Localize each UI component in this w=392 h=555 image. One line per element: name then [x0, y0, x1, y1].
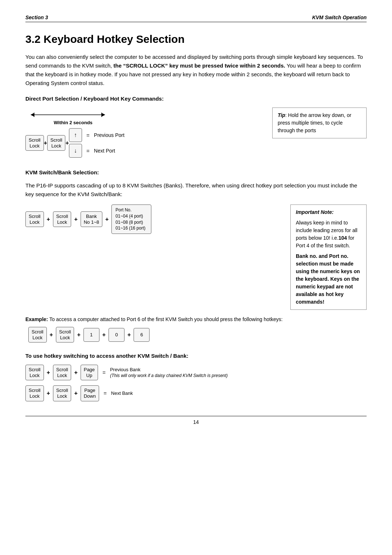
direct-port-diagram: Within 2 seconds ScrollLock + ScrollLock… — [25, 108, 367, 161]
plus-5: + — [105, 216, 109, 223]
plus-6: + — [50, 332, 53, 338]
bank-result-1: Previous Bank (This will only work if a … — [110, 367, 228, 378]
scroll-lock-key-3: ScrollLock — [25, 211, 44, 227]
example-bold: Example: — [25, 316, 48, 322]
tip-box: Tip: Hold the arrow key down, or press m… — [272, 108, 367, 138]
previous-bank-note: (This will only work if a daisy chained … — [110, 373, 228, 378]
arrows-col: ↑ = Previous Port ↓ = Next Port — [69, 128, 124, 158]
tip-bold: Tip — [278, 112, 285, 118]
bank-result-2: Next Bank — [111, 390, 133, 396]
plus-10: + — [47, 369, 50, 376]
bank-row-1: ScrollLock + ScrollLock + PageUp = Previ… — [25, 365, 367, 380]
page-number: 14 — [193, 419, 199, 425]
page-title: 3.2 Keyboard Hotkey Selection — [25, 33, 367, 45]
plus-8: + — [102, 332, 106, 338]
equals-2: = — [85, 148, 91, 154]
important-text: Always keep in mind to include leading z… — [296, 219, 361, 250]
equals-3: = — [101, 369, 107, 376]
kvmbank-section: KVM Switch/Bank Selection: The P16-IP su… — [25, 169, 367, 310]
svg-marker-2 — [102, 113, 105, 117]
bank-rows: ScrollLock + ScrollLock + PageUp = Previ… — [25, 365, 367, 401]
bank-row-2: ScrollLock + ScrollLock + PageDown = Nex… — [25, 385, 367, 401]
important-bold3: Bank no. and Port no. selection must be … — [296, 252, 361, 306]
example-text: Example: To access a computer attached t… — [25, 316, 367, 323]
plus-2: + — [65, 140, 69, 146]
plus-1: + — [44, 140, 47, 146]
key-6: 6 — [134, 328, 150, 342]
plus-9: + — [127, 332, 131, 338]
arrow-up-row: ↑ = Previous Port — [69, 128, 124, 142]
scroll-lock-key-4: ScrollLock — [53, 211, 72, 227]
bank-no-key: BankNo 1~8 — [81, 211, 102, 227]
previous-bank-label: Previous Bank — [110, 367, 228, 372]
example-body: To access a computer attached to Port 6 … — [48, 316, 282, 322]
keys-row: ScrollLock + ScrollLock + ↑ = Previous P… — [25, 128, 124, 158]
plus-4: + — [74, 216, 77, 223]
important-bold: Important Note: — [296, 209, 334, 215]
tip-colon: : — [285, 112, 288, 118]
port-no-box: Port No.01~04 (4 port)01~08 (8 port)01~1… — [111, 204, 151, 234]
plus-7: + — [77, 332, 80, 338]
kvmbank-text: The P16-IP supports cascading of up to 8… — [25, 181, 367, 199]
page-down-key: PageDown — [81, 385, 99, 401]
prev-port-label: Previous Port — [94, 132, 124, 138]
arrow-up-key: ↑ — [69, 128, 82, 142]
scroll-lock-key-7: ScrollLock — [25, 365, 44, 380]
header-section: Section 3 — [25, 15, 48, 20]
header-bar: Section 3 KVM Switch Operation — [25, 15, 367, 22]
plus-3: + — [47, 216, 50, 223]
plus-13: + — [74, 390, 77, 397]
within-group: Within 2 seconds ScrollLock + ScrollLock… — [25, 108, 124, 161]
kvmbank-heading: KVM Switch/Bank Selection: — [25, 169, 367, 175]
kvmbank-diagram: ScrollLock + ScrollLock + BankNo 1~8 + P… — [25, 204, 367, 310]
within-seconds-label: Within 2 seconds — [22, 120, 124, 125]
important-box: Important Note: Always keep in mind to i… — [290, 204, 367, 310]
footer: 14 — [25, 416, 367, 425]
within-seconds-bracket — [29, 108, 109, 118]
hotkey-section-heading: To use hotkey switching to access anothe… — [25, 353, 367, 359]
page: Section 3 KVM Switch Operation 3.2 Keybo… — [0, 0, 392, 555]
equals-1: = — [85, 132, 91, 138]
page-up-key: PageUp — [81, 365, 98, 380]
header-title: KVM Switch Operation — [312, 15, 367, 20]
scroll-lock-key-8: ScrollLock — [53, 365, 72, 380]
next-bank-label: Next Bank — [111, 390, 133, 396]
equals-4: = — [102, 390, 108, 396]
plus-12: + — [47, 390, 50, 397]
scroll-lock-key-10: ScrollLock — [53, 385, 72, 401]
key-0: 0 — [109, 328, 124, 342]
arrow-down-key: ↓ — [69, 144, 82, 158]
svg-marker-1 — [30, 113, 34, 117]
plus-11: + — [74, 369, 77, 376]
scroll-lock-key-9: ScrollLock — [25, 385, 44, 401]
example-keys: ScrollLock + ScrollLock + 1 + 0 + 6 — [28, 327, 367, 343]
scroll-lock-key-5: ScrollLock — [28, 327, 47, 343]
direct-port-heading: Direct Port Selection / Keyboard Hot Key… — [25, 96, 367, 102]
kvmbank-keys: ScrollLock + ScrollLock + BankNo 1~8 + P… — [25, 204, 285, 234]
scroll-lock-key-1: ScrollLock — [25, 135, 44, 151]
intro-text: You can also conveniently select the com… — [25, 53, 367, 88]
tip-text: Hold the arrow key down, or press multip… — [278, 112, 351, 133]
scroll-lock-key-6: ScrollLock — [56, 327, 74, 343]
next-port-label: Next Port — [94, 148, 115, 154]
key-1: 1 — [83, 328, 99, 342]
scroll-lock-key-2: ScrollLock — [47, 135, 66, 151]
arrow-down-row: ↓ = Next Port — [69, 144, 124, 158]
